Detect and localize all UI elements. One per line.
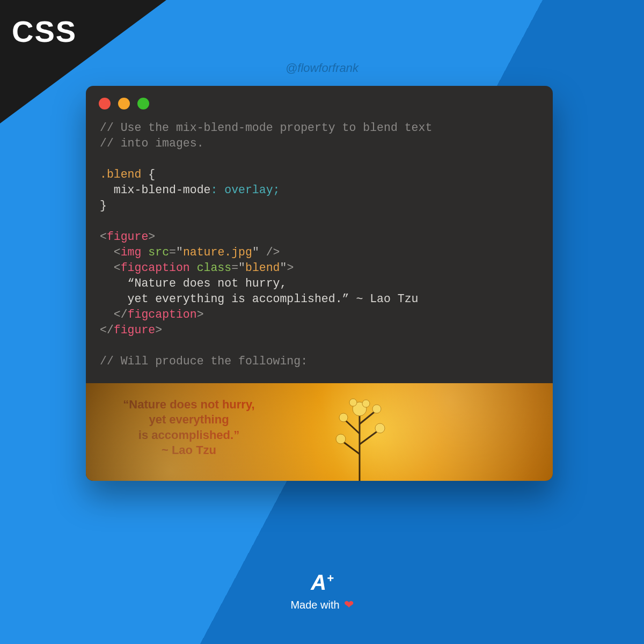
- quote-line: is accomplished.”: [103, 428, 275, 443]
- code-comment: // into images.: [100, 137, 204, 150]
- svg-point-6: [362, 400, 370, 407]
- code-comment: // Use the mix-blend-mode property to bl…: [100, 121, 432, 134]
- code-quote-line: “Nature does not hurry,: [100, 277, 287, 290]
- html-tag-figcaption: figcaption: [121, 261, 190, 274]
- svg-point-1: [336, 434, 346, 444]
- window-chrome: [86, 86, 553, 112]
- html-class-value: blend: [245, 261, 280, 274]
- flower-icon: [311, 391, 408, 481]
- svg-point-2: [375, 423, 385, 433]
- code-block: // Use the mix-blend-mode property to bl…: [86, 112, 553, 383]
- css-value: overlay: [224, 184, 273, 196]
- code-window: // Use the mix-blend-mode property to bl…: [86, 86, 553, 481]
- svg-point-4: [372, 405, 381, 413]
- html-attr-class: class: [197, 261, 232, 274]
- html-tag-img: img: [121, 246, 142, 259]
- svg-point-5: [349, 399, 357, 406]
- result-preview: “Nature does not hurry, yet everything i…: [86, 383, 553, 481]
- result-quote: “Nature does not hurry, yet everything i…: [103, 397, 275, 458]
- heart-icon: ❤: [344, 598, 354, 612]
- quote-line: “Nature does not hurry,: [103, 397, 275, 412]
- traffic-light-green-icon: [137, 98, 149, 109]
- quote-line: ~ Lao Tzu: [103, 443, 275, 458]
- html-tag-figure: figure: [107, 230, 148, 243]
- css-selector: .blend: [100, 168, 141, 181]
- made-with-line: Made with ❤: [290, 598, 353, 612]
- traffic-light-red-icon: [99, 98, 111, 109]
- author-handle: @flowforfrank: [0, 61, 644, 75]
- code-comment: // Will produce the following:: [100, 355, 308, 368]
- svg-point-3: [339, 413, 348, 422]
- quote-line: yet everything: [103, 412, 275, 427]
- card: CSS @flowforfrank // Use the mix-blend-m…: [0, 0, 644, 644]
- svg-point-0: [353, 402, 367, 416]
- html-attr-src: src: [148, 246, 169, 259]
- corner-badge-css: CSS: [12, 14, 77, 49]
- html-src-value: nature.jpg: [183, 246, 252, 259]
- logo-aplus: A+: [311, 570, 333, 595]
- css-property: mix-blend-mode: [114, 184, 211, 196]
- footer: A+ Made with ❤: [0, 570, 644, 612]
- code-quote-line: yet everything is accomplished.” ~ Lao T…: [100, 292, 419, 305]
- traffic-light-yellow-icon: [118, 98, 130, 109]
